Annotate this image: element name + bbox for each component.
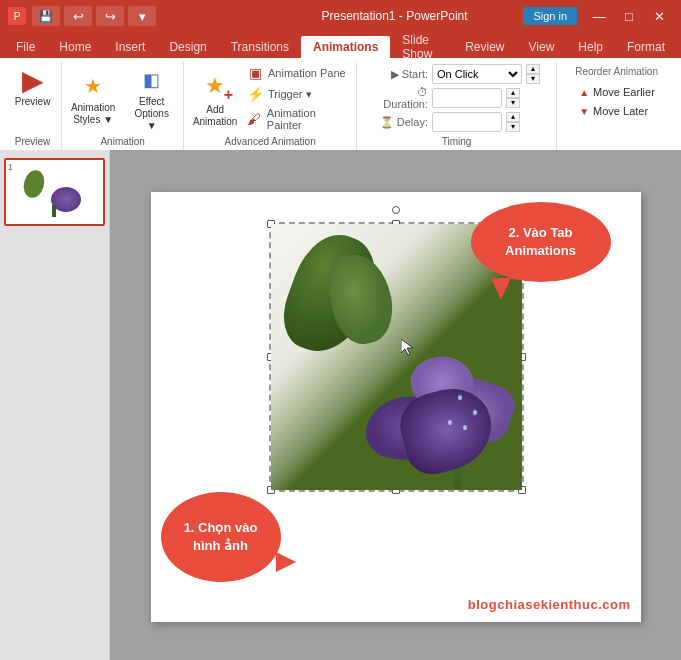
start-up-btn[interactable]: ▴ xyxy=(526,64,540,74)
add-animation-button[interactable]: ★ + AddAnimation xyxy=(190,66,240,130)
delay-down-btn[interactable]: ▾ xyxy=(506,122,520,132)
slide-number: 1 xyxy=(8,162,13,172)
tab-slideshow[interactable]: Slide Show xyxy=(390,36,453,58)
callout-1: 1. Chọn vào hình ảnh xyxy=(161,492,281,582)
move-earlier-button[interactable]: ▲ Move Earlier xyxy=(575,84,659,100)
duration-down-btn[interactable]: ▾ xyxy=(506,98,520,108)
minimize-button[interactable]: — xyxy=(585,2,613,30)
maximize-button[interactable]: □ xyxy=(615,2,643,30)
start-label: ▶ Start: xyxy=(373,68,428,81)
advanced-animation-group: ★ + AddAnimation ▣ Animation Pane ⚡ Trig… xyxy=(184,62,357,150)
slide-thumbnail-1[interactable]: 1 xyxy=(4,158,105,226)
tab-help[interactable]: Help xyxy=(566,36,615,58)
move-later-label: Move Later xyxy=(593,105,648,117)
reorder-controls: Reorder Animation ▲ Move Earlier ▼ Move … xyxy=(573,62,661,123)
move-earlier-icon: ▲ xyxy=(579,87,589,98)
reorder-title: Reorder Animation xyxy=(575,66,659,77)
redo-button[interactable]: ↪ xyxy=(96,6,124,26)
customize-button[interactable]: ▾ xyxy=(128,6,156,26)
adv-anim-items: ★ + AddAnimation ▣ Animation Pane ⚡ Trig… xyxy=(190,62,350,134)
duration-input[interactable] xyxy=(432,88,502,108)
slide-thumb-inner xyxy=(9,163,99,221)
timing-controls: ▶ Start: On Click With Previous After Pr… xyxy=(373,62,540,134)
animation-pane-label: Animation Pane xyxy=(268,67,346,79)
start-select[interactable]: On Click With Previous After Previous xyxy=(432,64,522,84)
tab-file[interactable]: File xyxy=(4,36,47,58)
effect-icon: ◧ xyxy=(136,64,168,96)
delay-input[interactable] xyxy=(432,112,502,132)
undo-button[interactable]: ↩ xyxy=(64,6,92,26)
window-title: Presentation1 - PowerPoint xyxy=(266,9,524,23)
move-later-icon: ▼ xyxy=(579,106,589,117)
tab-design[interactable]: Design xyxy=(157,36,218,58)
trigger-icon: ⚡ xyxy=(246,86,264,102)
preview-group: ▶ Preview Preview xyxy=(4,62,62,150)
duration-up-btn[interactable]: ▴ xyxy=(506,88,520,98)
effect-options-button[interactable]: ◧ EffectOptions ▼ xyxy=(126,62,177,134)
preview-button[interactable]: ▶ Preview xyxy=(11,62,55,110)
slide-content-area: 1. Chọn vào hình ảnh 2. Vào Tab Animatio… xyxy=(110,150,681,660)
tab-home[interactable]: Home xyxy=(47,36,103,58)
effect-options-label: EffectOptions ▼ xyxy=(130,96,173,132)
ribbon-tabs: File Home Insert Design Transitions Anim… xyxy=(0,32,681,58)
delay-label: ⏳ Delay: xyxy=(373,116,428,129)
animation-pane-button[interactable]: ▣ Animation Pane xyxy=(244,63,350,83)
duration-row: ⏱ Duration: ▴ ▾ xyxy=(373,86,540,110)
delay-up-btn[interactable]: ▴ xyxy=(506,112,520,122)
delay-row: ⏳ Delay: ▴ ▾ xyxy=(373,112,540,132)
slide-page: 1. Chọn vào hình ảnh 2. Vào Tab Animatio… xyxy=(151,192,641,622)
reorder-group-items: Reorder Animation ▲ Move Earlier ▼ Move … xyxy=(573,62,661,145)
timing-group: ▶ Start: On Click With Previous After Pr… xyxy=(357,62,557,150)
adv-animation-items: ▣ Animation Pane ⚡ Trigger ▾ 🖌 Animation… xyxy=(244,63,350,133)
watermark: blogchiasekienthuc.com xyxy=(468,597,631,612)
move-later-button[interactable]: ▼ Move Later xyxy=(575,103,659,119)
close-button[interactable]: ✕ xyxy=(645,2,673,30)
timing-group-items: ▶ Start: On Click With Previous After Pr… xyxy=(373,62,540,134)
duration-spinner: ▴ ▾ xyxy=(506,88,520,108)
animation-painter-icon: 🖌 xyxy=(246,111,263,127)
animation-group: ★ AnimationStyles ▼ ◧ EffectOptions ▼ An… xyxy=(62,62,184,150)
preview-label: Preview xyxy=(15,96,51,108)
drop-4 xyxy=(458,395,462,400)
title-bar: P 💾 ↩ ↪ ▾ Presentation1 - PowerPoint Sig… xyxy=(0,0,681,32)
start-row: ▶ Start: On Click With Previous After Pr… xyxy=(373,64,540,84)
animation-pane-icon: ▣ xyxy=(246,65,264,81)
animation-styles-button[interactable]: ★ AnimationStyles ▼ xyxy=(68,68,118,128)
reorder-group: Reorder Animation ▲ Move Earlier ▼ Move … xyxy=(557,62,677,150)
animation-styles-label: AnimationStyles ▼ xyxy=(71,102,115,126)
sign-in-button[interactable]: Sign in xyxy=(523,7,577,25)
tab-view[interactable]: View xyxy=(517,36,567,58)
tab-format[interactable]: Format xyxy=(615,36,677,58)
tab-insert[interactable]: Insert xyxy=(103,36,157,58)
title-bar-left: P 💾 ↩ ↪ ▾ xyxy=(8,6,266,26)
add-animation-label: AddAnimation xyxy=(193,104,237,128)
ribbon-content: ▶ Preview Preview ★ AnimationStyles ▼ ◧ … xyxy=(0,58,681,150)
duration-label: ⏱ Duration: xyxy=(373,86,428,110)
move-earlier-label: Move Earlier xyxy=(593,86,655,98)
preview-group-items: ▶ Preview xyxy=(11,62,55,134)
animation-group-items: ★ AnimationStyles ▼ ◧ EffectOptions ▼ xyxy=(68,62,177,134)
callout-2-text: 2. Vào Tab Animations xyxy=(481,224,601,260)
drop-1 xyxy=(463,425,467,430)
delay-spinner: ▴ ▾ xyxy=(506,112,520,132)
callout-2: 2. Vào Tab Animations xyxy=(471,202,611,282)
app-icon: P xyxy=(8,7,26,25)
window-controls: — □ ✕ xyxy=(585,2,673,30)
tab-review[interactable]: Review xyxy=(453,36,516,58)
animation-painter-button[interactable]: 🖌 Animation Painter xyxy=(244,105,350,133)
animation-painter-label: Animation Painter xyxy=(267,107,348,131)
add-animation-icon: ★ + xyxy=(197,68,233,104)
main-area: 1 xyxy=(0,150,681,660)
rotation-handle[interactable] xyxy=(392,206,400,214)
tab-transitions[interactable]: Transitions xyxy=(219,36,301,58)
save-button[interactable]: 💾 xyxy=(32,6,60,26)
drop-2 xyxy=(473,410,477,415)
tab-animations[interactable]: Animations xyxy=(301,36,390,58)
quick-access-toolbar: 💾 ↩ ↪ ▾ xyxy=(32,6,156,26)
timing-group-label: Timing xyxy=(442,134,472,150)
drop-3 xyxy=(448,420,452,425)
start-spinner: ▴ ▾ xyxy=(526,64,540,84)
start-down-btn[interactable]: ▾ xyxy=(526,74,540,84)
callout-1-text: 1. Chọn vào hình ảnh xyxy=(171,519,271,555)
trigger-button[interactable]: ⚡ Trigger ▾ xyxy=(244,84,350,104)
